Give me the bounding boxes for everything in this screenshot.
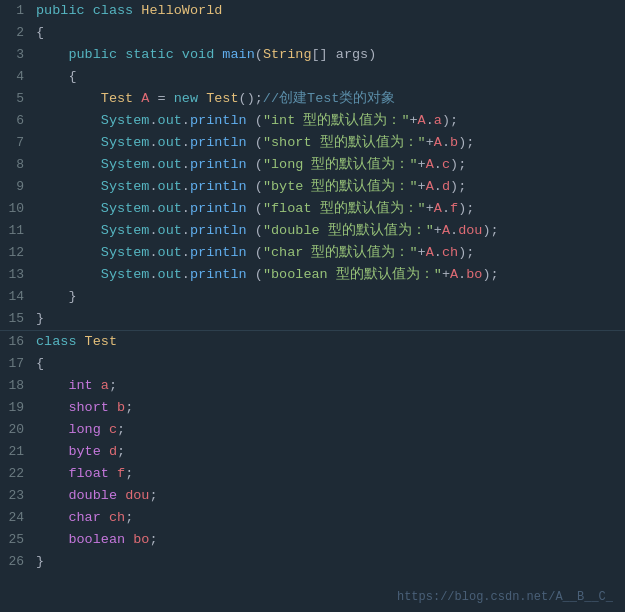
token-punc: ) — [368, 47, 376, 62]
token-punc: . — [182, 245, 190, 260]
token-punc: . — [182, 157, 190, 172]
token-punc: ); — [450, 157, 466, 172]
token-punc: . — [182, 223, 190, 238]
token-punc: + — [418, 245, 426, 260]
token-kw: class — [93, 3, 142, 18]
line-number: 25 — [0, 529, 32, 551]
token-punc: ); — [450, 179, 466, 194]
token-sys: System — [101, 223, 150, 238]
line-number: 17 — [0, 353, 32, 375]
token-str: "float 型的默认值为：" — [263, 201, 426, 216]
token-kw3: String — [263, 47, 312, 62]
code-line: 8 System.out.println ("long 型的默认值为："+A.c… — [0, 154, 625, 176]
token-var: f — [117, 466, 125, 481]
token-var: A — [426, 179, 434, 194]
code-line: 16class Test — [0, 331, 625, 353]
token-var: A — [426, 245, 434, 260]
code-line: 12 System.out.println ("char 型的默认值为："+A.… — [0, 242, 625, 264]
token-punc: . — [442, 201, 450, 216]
token-kw2: short — [68, 400, 117, 415]
code-line: 24 char ch; — [0, 507, 625, 529]
token-sys: out — [158, 157, 182, 172]
line-number: 16 — [0, 331, 32, 353]
token-punc: . — [149, 179, 157, 194]
token-str: "int 型的默认值为：" — [263, 113, 410, 128]
code-line: 23 double dou; — [0, 485, 625, 507]
token-plain — [36, 289, 68, 304]
token-str: "long 型的默认值为：" — [263, 157, 418, 172]
token-sys: out — [158, 179, 182, 194]
line-number: 8 — [0, 154, 32, 176]
token-punc: ( — [255, 113, 263, 128]
token-var: A — [434, 135, 442, 150]
token-punc: . — [426, 113, 434, 128]
token-kw3: HelloWorld — [141, 3, 222, 18]
line-number: 2 — [0, 22, 32, 44]
line-content: System.out.println ("long 型的默认值为："+A.c); — [32, 154, 625, 176]
token-punc: } — [68, 289, 76, 304]
token-var: bo — [466, 267, 482, 282]
token-sys: out — [158, 201, 182, 216]
token-plain — [36, 422, 68, 437]
line-number: 4 — [0, 66, 32, 88]
line-content: System.out.println ("double 型的默认值为："+A.d… — [32, 220, 625, 242]
token-sys: out — [158, 135, 182, 150]
token-plain — [36, 400, 68, 415]
token-punc: + — [426, 201, 434, 216]
token-var: A — [450, 267, 458, 282]
token-plain — [36, 444, 68, 459]
token-sys: System — [101, 245, 150, 260]
token-fn: println — [190, 267, 255, 282]
line-number: 12 — [0, 242, 32, 264]
line-number: 11 — [0, 220, 32, 242]
line-number: 19 — [0, 397, 32, 419]
line-content: { — [32, 66, 625, 88]
token-var: d — [109, 444, 117, 459]
line-content: char ch; — [32, 507, 625, 529]
code-line: 18 int a; — [0, 375, 625, 397]
token-var: A — [442, 223, 450, 238]
token-plain — [36, 157, 101, 172]
line-content: } — [32, 551, 625, 573]
token-kw: void — [182, 47, 223, 62]
token-punc: ( — [255, 47, 263, 62]
token-var: A — [426, 157, 434, 172]
token-punc: . — [458, 267, 466, 282]
line-number: 20 — [0, 419, 32, 441]
line-content: boolean bo; — [32, 529, 625, 551]
token-punc: = — [158, 91, 174, 106]
line-content: Test A = new Test();//创建Test类的对象 — [32, 88, 625, 110]
token-punc: ( — [255, 157, 263, 172]
line-content: int a; — [32, 375, 625, 397]
token-kw2: char — [68, 510, 109, 525]
token-punc: . — [450, 223, 458, 238]
code-line: 3 public static void main(String[] args) — [0, 44, 625, 66]
token-sys: System — [101, 157, 150, 172]
line-number: 3 — [0, 44, 32, 66]
token-plain — [36, 113, 101, 128]
token-punc: + — [434, 223, 442, 238]
line-content: System.out.println ("char 型的默认值为："+A.ch)… — [32, 242, 625, 264]
token-punc: . — [434, 179, 442, 194]
token-punc: . — [442, 135, 450, 150]
token-fn: println — [190, 113, 255, 128]
token-punc: . — [149, 267, 157, 282]
token-kw2: long — [68, 422, 109, 437]
line-content: System.out.println ("float 型的默认值为："+A.f)… — [32, 198, 625, 220]
token-punc: ); — [458, 245, 474, 260]
line-content: public static void main(String[] args) — [32, 44, 625, 66]
token-plain — [36, 91, 101, 106]
token-fn: println — [190, 157, 255, 172]
code-line: 4 { — [0, 66, 625, 88]
token-sys: out — [158, 267, 182, 282]
token-fn: main — [222, 47, 254, 62]
code-line: 6 System.out.println ("int 型的默认值为："+A.a)… — [0, 110, 625, 132]
token-punc: } — [36, 554, 44, 569]
token-punc: ( — [255, 179, 263, 194]
code-line: 14 } — [0, 286, 625, 308]
code-line: 25 boolean bo; — [0, 529, 625, 551]
code-line: 7 System.out.println ("short 型的默认值为："+A.… — [0, 132, 625, 154]
line-content: class Test — [32, 331, 625, 353]
token-punc: . — [182, 267, 190, 282]
token-punc: ); — [482, 267, 498, 282]
